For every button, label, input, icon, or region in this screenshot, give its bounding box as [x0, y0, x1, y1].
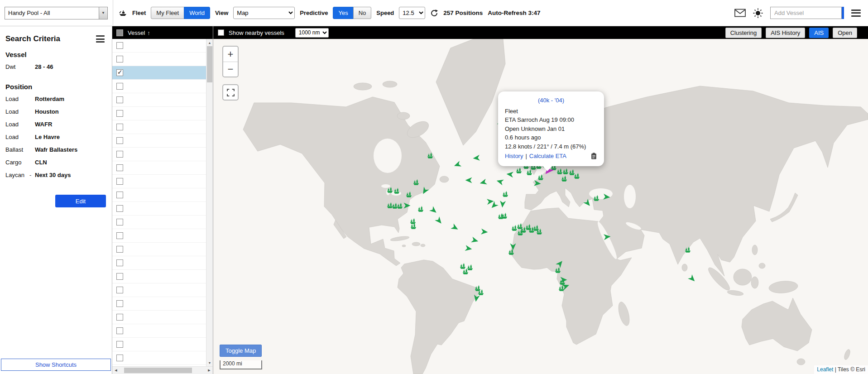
- vessel-marker-ship[interactable]: [562, 168, 569, 175]
- scroll-right-icon[interactable]: ▶: [206, 367, 212, 374]
- vessel-row-checkbox[interactable]: [116, 110, 123, 117]
- vessel-row-checkbox[interactable]: [116, 192, 123, 198]
- vessel-row-checkbox[interactable]: [116, 219, 123, 225]
- vessel-marker-ship[interactable]: [397, 202, 403, 209]
- add-vessel-input[interactable]: [770, 7, 842, 19]
- vessel-row[interactable]: [112, 270, 206, 283]
- horizontal-scroll-thumb[interactable]: [124, 368, 192, 373]
- select-all-checkbox[interactable]: [116, 29, 123, 36]
- vessel-marker-arrow[interactable]: [561, 282, 571, 291]
- vessel-marker-arrow[interactable]: [403, 202, 411, 209]
- show-nearby-checkbox[interactable]: [218, 29, 224, 36]
- scroll-up-icon[interactable]: ▲: [206, 39, 213, 46]
- my-fleet-button[interactable]: My Fleet: [151, 7, 184, 19]
- vessel-row[interactable]: [112, 229, 206, 243]
- vessel-row-checkbox[interactable]: [116, 56, 123, 62]
- vessel-row-checkbox[interactable]: [116, 327, 123, 334]
- ais-history-button[interactable]: AIS History: [766, 28, 805, 38]
- vessel-marker-ship[interactable]: [417, 206, 424, 212]
- vessel-marker-arrow[interactable]: [473, 154, 480, 162]
- world-button[interactable]: World: [184, 7, 210, 19]
- vessel-marker-ship[interactable]: [410, 223, 417, 230]
- vessel-row[interactable]: [112, 351, 206, 365]
- refresh-icon[interactable]: [430, 9, 438, 17]
- vessel-row-checkbox[interactable]: [116, 300, 123, 307]
- vessel-row[interactable]: [112, 148, 206, 161]
- vessel-row-checkbox[interactable]: [116, 124, 123, 130]
- vessel-sort-header[interactable]: Vessel ↑: [128, 29, 150, 36]
- vessel-marker-arrow[interactable]: [687, 274, 698, 284]
- vessel-row-checkbox[interactable]: [116, 341, 123, 348]
- speed-select[interactable]: 12.5: [399, 7, 425, 19]
- scroll-down-icon[interactable]: ▼: [206, 360, 213, 366]
- vessel-marker-arrow[interactable]: [603, 193, 610, 201]
- zoom-in-button[interactable]: +: [223, 47, 238, 62]
- vessel-marker-arrow[interactable]: [465, 244, 473, 253]
- vessel-marker-ship[interactable]: [501, 212, 508, 219]
- nearby-range-select[interactable]: 1000 nm: [295, 28, 329, 38]
- calculate-eta-link[interactable]: Calculate ETA: [529, 152, 566, 161]
- open-button[interactable]: Open: [833, 28, 857, 38]
- vessel-marker-arrow[interactable]: [434, 216, 445, 226]
- vessel-row[interactable]: [112, 161, 206, 175]
- vessel-row[interactable]: [112, 338, 206, 351]
- vessel-row[interactable]: [112, 324, 206, 338]
- vertical-scroll-thumb[interactable]: [207, 46, 212, 82]
- vessel-marker-arrow[interactable]: [420, 186, 430, 196]
- vessel-row-checkbox[interactable]: [116, 42, 123, 49]
- vessel-row-checkbox[interactable]: [116, 96, 123, 103]
- predictive-no-button[interactable]: No: [353, 7, 372, 19]
- sidebar-menu-icon[interactable]: [96, 35, 105, 43]
- vessel-row[interactable]: [112, 53, 206, 66]
- vessel-row[interactable]: [112, 216, 206, 229]
- mail-icon[interactable]: [734, 9, 746, 17]
- vessel-row-checkbox[interactable]: [116, 246, 123, 253]
- view-select[interactable]: Map: [233, 7, 295, 19]
- vessel-marker-arrow[interactable]: [604, 233, 611, 240]
- vessel-marker-arrow[interactable]: [479, 178, 488, 187]
- vessel-row[interactable]: [112, 39, 206, 53]
- show-shortcuts-button[interactable]: Show Shortcuts: [1, 359, 111, 371]
- vessel-marker-ship[interactable]: [593, 195, 599, 201]
- vessel-marker-ship[interactable]: [462, 269, 469, 275]
- vessel-marker-arrow[interactable]: [471, 236, 480, 245]
- vessel-marker-arrow[interactable]: [480, 228, 488, 236]
- vessel-marker-ship[interactable]: [406, 192, 412, 198]
- vessel-marker-ship[interactable]: [393, 187, 400, 194]
- vessel-row-checkbox[interactable]: [116, 355, 123, 361]
- vessel-row[interactable]: [112, 80, 206, 93]
- vessel-row-checkbox[interactable]: [116, 83, 123, 90]
- vessel-row[interactable]: [112, 93, 206, 107]
- vessel-row[interactable]: [112, 66, 206, 80]
- vessel-marker-ship[interactable]: [516, 167, 523, 174]
- vessel-marker-arrow[interactable]: [583, 198, 593, 208]
- popup-vessel-title[interactable]: (40k - '04): [505, 96, 597, 105]
- vessel-row[interactable]: [112, 134, 206, 148]
- vessel-row-checkbox[interactable]: [116, 205, 123, 212]
- toggle-map-button[interactable]: Toggle Map: [220, 345, 262, 357]
- vessel-row[interactable]: [112, 311, 206, 324]
- vessel-row-checkbox[interactable]: [116, 287, 123, 293]
- vessel-row[interactable]: [112, 243, 206, 256]
- scroll-left-icon[interactable]: ◀: [113, 367, 119, 374]
- vessel-marker-ship[interactable]: [413, 179, 420, 186]
- vessel-marker-arrow[interactable]: [506, 170, 513, 178]
- vessel-row-checkbox[interactable]: [116, 164, 123, 171]
- main-menu-icon[interactable]: [851, 10, 861, 17]
- vessel-row[interactable]: [112, 202, 206, 216]
- vessel-marker-ship[interactable]: [387, 187, 393, 194]
- vessel-marker-arrow[interactable]: [496, 177, 505, 186]
- vessel-row-checkbox[interactable]: [116, 69, 123, 76]
- fullscreen-button[interactable]: [222, 84, 239, 101]
- vessel-marker-arrow[interactable]: [465, 177, 472, 184]
- ais-button[interactable]: AIS: [809, 28, 829, 38]
- vessel-marker-arrow[interactable]: [499, 200, 506, 208]
- vessel-marker-arrow[interactable]: [429, 206, 439, 216]
- vessel-marker-arrow[interactable]: [533, 179, 541, 187]
- vessel-row-checkbox[interactable]: [116, 273, 123, 280]
- pool-select[interactable]: Handy Pool - All ▼: [5, 7, 108, 19]
- world-map-canvas[interactable]: + − (40k - '04) Fleet ETA Sarroch Aug 19…: [213, 39, 868, 374]
- chevron-down-icon[interactable]: ▼: [99, 7, 107, 19]
- vessel-row-checkbox[interactable]: [116, 137, 123, 144]
- vessel-row-checkbox[interactable]: [116, 259, 123, 266]
